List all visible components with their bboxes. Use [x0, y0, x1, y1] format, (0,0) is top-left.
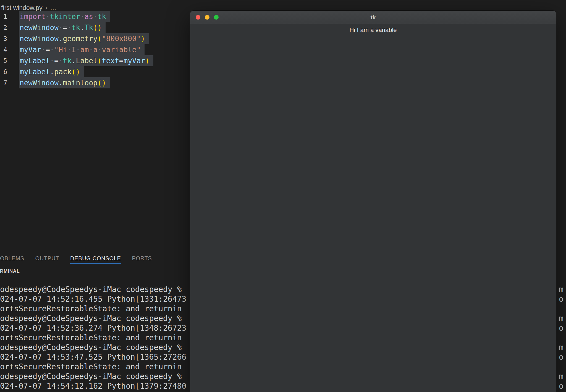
breadcrumb-file[interactable]: first window.py: [1, 4, 43, 12]
selected-code-text: myLabel.pack(): [19, 66, 84, 77]
tk-window-title: tk: [190, 14, 556, 21]
code-line: 2newWindow·=·tk.Tk(): [0, 22, 153, 33]
line-number: 6: [0, 68, 7, 75]
selected-code-text: myLabel·=·tk.Label(text=myVar): [19, 55, 153, 66]
tk-window-titlebar[interactable]: tk: [190, 11, 556, 24]
selected-code-text: import·tkinter·as·tk: [19, 11, 110, 22]
line-number: 2: [0, 24, 7, 31]
line-number: 5: [0, 57, 7, 64]
code-line: 7newWindow.mainloop(): [0, 77, 153, 88]
chevron-right-icon: ›: [45, 4, 48, 12]
terminal-line-right-fragment: o: [559, 381, 564, 391]
code-line: 5myLabel·=·tk.Label(text=myVar): [0, 55, 153, 66]
selected-code-text: newWindow.mainloop(): [19, 77, 110, 88]
terminal-line-right-fragment: o: [559, 323, 564, 333]
terminal-line-right-fragment: m: [559, 285, 564, 294]
panel-tabs: OBLEMSOUTPUTDEBUG CONSOLEPORTS: [0, 254, 152, 264]
line-number: 3: [0, 35, 7, 42]
selected-code-text: newWindow·=·tk.Tk(): [19, 22, 106, 33]
terminal-line-right-fragment: o: [559, 294, 564, 304]
panel-tab-ports[interactable]: PORTS: [132, 254, 152, 264]
panel-tab-oblems[interactable]: OBLEMS: [0, 254, 24, 264]
zoom-button[interactable]: [214, 15, 219, 20]
traffic-lights: [196, 11, 219, 24]
line-number: 4: [0, 46, 7, 53]
tk-window[interactable]: tk Hi I am a variable: [190, 11, 556, 392]
code-lines[interactable]: 1import·tkinter·as·tk2newWindow·=·tk.Tk(…: [0, 11, 153, 88]
breadcrumb[interactable]: first window.py › …: [1, 4, 56, 12]
terminal-line-right-fragment: m: [559, 343, 564, 352]
close-button[interactable]: [196, 15, 200, 20]
line-number: 7: [0, 79, 7, 86]
tk-window-body: Hi I am a variable: [190, 27, 556, 34]
code-line: 1import·tkinter·as·tk: [0, 11, 153, 22]
terminal-line-right-fragment: o: [559, 352, 564, 362]
code-line: 6myLabel.pack(): [0, 66, 153, 77]
terminal-section-label: RMINAL: [0, 269, 20, 274]
terminal-line-right-fragment: m: [559, 372, 564, 381]
panel-tab-output[interactable]: OUTPUT: [35, 254, 59, 264]
minimize-button[interactable]: [205, 15, 209, 20]
code-line: 4myVar·=·"Hi·I·am·a·variable": [0, 44, 153, 55]
tk-label-text: Hi I am a variable: [190, 27, 556, 34]
selected-code-text: myVar·=·"Hi·I·am·a·variable": [19, 44, 145, 55]
terminal-line-right-fragment: m: [559, 314, 564, 323]
selected-code-text: newWindow.geometry("800x800"): [19, 33, 149, 44]
breadcrumb-ellipsis[interactable]: …: [50, 4, 56, 12]
line-number: 1: [0, 13, 7, 20]
panel-tab-debug-console[interactable]: DEBUG CONSOLE: [70, 254, 121, 264]
code-line: 3newWindow.geometry("800x800"): [0, 33, 153, 44]
